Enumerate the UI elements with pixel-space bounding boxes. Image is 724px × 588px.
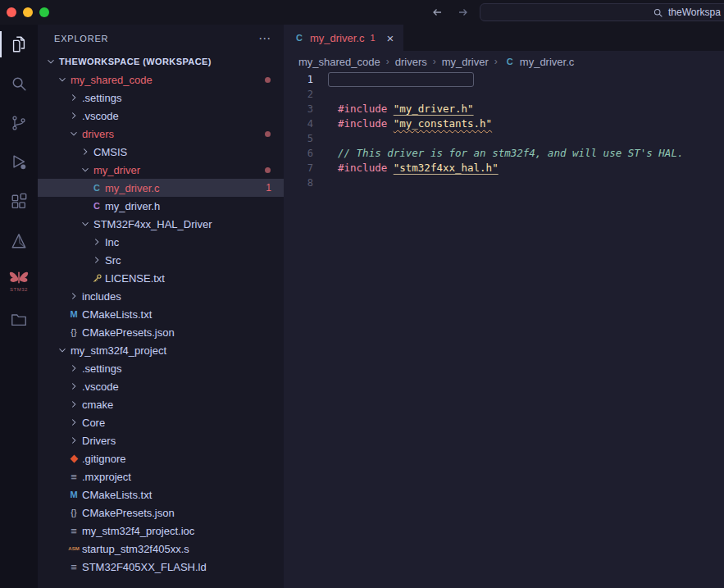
tree-item[interactable]: Cmy_driver.c1 <box>38 179 284 197</box>
tree-item[interactable]: {}CMakePresets.json <box>38 323 284 341</box>
chevron-right-icon <box>79 145 92 158</box>
tree-item-label: .vscode <box>82 381 119 393</box>
close-window-button[interactable] <box>7 7 16 17</box>
tree-item-label: .gitignore <box>82 453 125 465</box>
tree-item[interactable]: MCMakeLists.txt <box>38 305 284 323</box>
minimize-window-button[interactable] <box>23 7 33 17</box>
tree-item[interactable]: ≡my_stm32f4_project.ioc <box>38 522 284 540</box>
breadcrumb-separator: › <box>433 56 436 67</box>
tree-item[interactable]: CMSIS <box>38 143 284 161</box>
tree-item[interactable]: MCMakeLists.txt <box>38 485 284 504</box>
tree-item[interactable]: my_shared_code <box>38 71 284 89</box>
code-line[interactable]: 3#include "my_driver.h" <box>284 102 724 116</box>
tree-item[interactable]: Inc <box>38 233 284 251</box>
zoom-window-button[interactable] <box>39 7 49 17</box>
tab-my-driver-c[interactable]: C my_driver.c 1 × <box>284 25 403 51</box>
chevron-down-icon <box>56 344 69 357</box>
chevron-right-icon <box>67 91 80 104</box>
breadcrumb-item[interactable]: Cmy_driver.c <box>503 56 574 68</box>
problems-badge: 1 <box>266 182 271 194</box>
tree-item-label: CMSIS <box>93 146 127 158</box>
tree-item-label: STM32F4xx_HAL_Driver <box>93 218 212 230</box>
tree-item-label: CMakePresets.json <box>82 507 175 519</box>
tree-item[interactable]: Src <box>38 251 284 269</box>
close-tab-icon[interactable]: × <box>387 32 394 44</box>
tree-item-label: Drivers <box>82 435 116 447</box>
cmake-triangle-icon <box>10 232 28 250</box>
code-line[interactable]: 6// This driver is for an stm32f4, and w… <box>284 146 724 161</box>
tree-item[interactable]: Drivers <box>38 431 284 449</box>
tree-item[interactable]: .vscode <box>38 377 284 395</box>
activity-item-extensions[interactable] <box>0 182 38 221</box>
sidebar-header: EXPLORER ⋯ <box>38 25 284 52</box>
tree-item[interactable]: .vscode <box>38 107 284 125</box>
code-line[interactable]: 5 <box>284 131 724 146</box>
tree-item-label: Src <box>105 254 121 267</box>
code-line[interactable]: 7#include "stm32f4xx_hal.h" <box>284 161 724 175</box>
tree-item-label: CMakeLists.txt <box>82 489 152 501</box>
nav-forward-button[interactable] <box>453 2 474 22</box>
tab-problems-badge: 1 <box>370 33 375 43</box>
tree-item[interactable]: LICENSE.txt <box>38 269 284 287</box>
activity-item-explorer[interactable] <box>0 25 38 64</box>
tree-item[interactable]: ASMstartup_stm32f405xx.s <box>38 540 284 558</box>
tree-item[interactable]: .settings <box>38 89 284 107</box>
code-line[interactable]: 4#include "my_constants.h" <box>284 116 724 131</box>
breadcrumb-item[interactable]: my_shared_code <box>298 56 380 68</box>
breadcrumb-item[interactable]: my_driver <box>442 56 489 68</box>
tree-item-label: .mxproject <box>82 471 131 483</box>
command-center-text: theWorkspa <box>668 7 721 18</box>
search-icon <box>653 7 663 18</box>
tree-item[interactable]: Cmy_driver.h <box>38 197 284 215</box>
tree-item[interactable]: THEWORKSPACE (WORKSPACE) <box>38 52 284 71</box>
sidebar-title: EXPLORER <box>54 34 108 43</box>
tree-item-label: cmake <box>82 399 113 411</box>
json-braces-icon: {} <box>67 508 80 517</box>
tree-item[interactable]: my_driver <box>38 161 284 179</box>
tree-item[interactable]: {}CMakePresets.json <box>38 504 284 522</box>
list-file-icon: ≡ <box>67 471 80 483</box>
activity-item-cmake[interactable] <box>0 221 38 261</box>
chevron-right-icon <box>67 398 80 411</box>
tree-item[interactable]: drivers <box>38 125 284 143</box>
tree-item-label: includes <box>82 290 121 303</box>
tree-item-label: startup_stm32f405xx.s <box>82 543 189 555</box>
activity-item-remote-explorer[interactable] <box>0 300 38 340</box>
tree-item[interactable]: ≡STM32F405XX_FLASH.ld <box>38 558 284 576</box>
tree-item[interactable]: my_stm32f4_project <box>38 341 284 359</box>
line-number: 2 <box>284 87 313 102</box>
code-line[interactable]: 8 <box>284 175 724 190</box>
tree-item[interactable]: cmake <box>38 395 284 413</box>
tree-item[interactable]: ≡.mxproject <box>38 467 284 485</box>
chevron-down-icon <box>56 73 69 86</box>
tree-item[interactable]: includes <box>38 287 284 305</box>
explorer-sidebar: EXPLORER ⋯ THEWORKSPACE (WORKSPACE)my_sh… <box>38 25 284 588</box>
activity-item-run-debug[interactable] <box>0 143 38 182</box>
tree-item-label: my_driver.h <box>105 200 160 212</box>
nav-back-button[interactable] <box>426 2 448 22</box>
code-editor[interactable]: 123#include "my_driver.h"4#include "my_c… <box>284 72 724 588</box>
breadcrumb-separator: › <box>386 56 389 67</box>
code-line[interactable]: 1 <box>284 72 724 87</box>
tree-item[interactable]: .gitignore <box>38 449 284 467</box>
code-line-text: // This driver is for an stm32f4, and wi… <box>338 146 683 161</box>
breadcrumb-item[interactable]: drivers <box>395 56 427 68</box>
tree-item[interactable]: Core <box>38 413 284 431</box>
activity-item-source-control[interactable] <box>0 103 38 143</box>
breadcrumbs: my_shared_code›drivers›my_driver›Cmy_dri… <box>284 51 724 72</box>
more-actions-button[interactable]: ⋯ <box>258 34 271 43</box>
tree-item[interactable]: .settings <box>38 359 284 377</box>
tree-item[interactable]: STM32F4xx_HAL_Driver <box>38 215 284 233</box>
files-icon <box>10 35 28 53</box>
tree-item-label: my_driver.c <box>105 182 159 194</box>
list-file-icon: ≡ <box>67 525 80 537</box>
tree-item-label: my_shared_code <box>71 74 153 86</box>
line-number: 4 <box>284 116 313 131</box>
tree-item-label: LICENSE.txt <box>105 272 165 285</box>
activity-item-search[interactable] <box>0 64 38 103</box>
code-line[interactable]: 2 <box>284 87 724 102</box>
c-file-icon: C <box>294 33 305 43</box>
activity-item-stm32[interactable]: STM32 <box>0 261 38 300</box>
tree-item-label: my_stm32f4_project.ioc <box>82 525 194 537</box>
command-center-search[interactable]: theWorkspa <box>480 3 724 21</box>
